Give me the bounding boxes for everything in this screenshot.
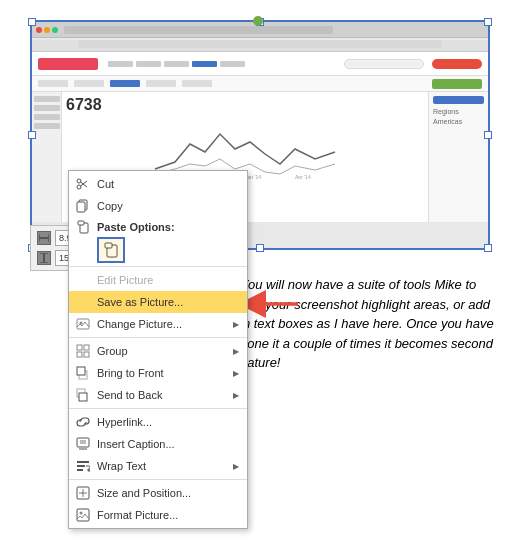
format-picture-label: Format Picture...: [97, 509, 239, 521]
svg-rect-30: [77, 438, 89, 447]
main-container: 6738 Aug '13 Oct '13 Jan '14 Apr '14 Reg…: [0, 0, 515, 555]
separator-3: [69, 408, 247, 409]
svg-rect-22: [77, 345, 82, 350]
send-back-icon: [75, 387, 91, 403]
handle-ml[interactable]: [28, 131, 36, 139]
copy-icon: [75, 198, 91, 214]
insert-caption-label: Insert Caption...: [97, 438, 239, 450]
menu-item-group[interactable]: Group ▶: [69, 340, 247, 362]
change-picture-label: Change Picture...: [97, 318, 227, 330]
svg-rect-17: [78, 221, 84, 225]
rotation-handle[interactable]: [253, 16, 263, 26]
send-to-back-arrow: ▶: [233, 391, 239, 400]
svg-rect-40: [77, 509, 89, 521]
menu-item-format-picture[interactable]: Format Picture...: [69, 504, 247, 526]
hyperlink-label: Hyperlink...: [97, 416, 239, 428]
hyperlink-icon: [75, 414, 91, 430]
menu-item-insert-caption[interactable]: Insert Caption...: [69, 433, 247, 455]
height-icon: [37, 251, 51, 265]
separator-4: [69, 479, 247, 480]
group-arrow: ▶: [233, 347, 239, 356]
svg-rect-4: [39, 237, 49, 239]
menu-item-copy[interactable]: Copy: [69, 195, 247, 217]
handle-tr[interactable]: [484, 18, 492, 26]
wrap-text-arrow: ▶: [233, 462, 239, 471]
width-icon: [37, 231, 51, 245]
context-menu: Cut Copy Paste Options:: [68, 170, 248, 529]
menu-item-send-to-back[interactable]: Send to Back ▶: [69, 384, 247, 406]
site-stat: 6738: [66, 96, 424, 114]
size-and-position-label: Size and Position...: [97, 487, 239, 499]
edit-picture-label: Edit Picture: [97, 274, 239, 286]
group-icon: [75, 343, 91, 359]
svg-rect-23: [84, 345, 89, 350]
svg-rect-27: [77, 367, 85, 375]
bring-front-icon: [75, 365, 91, 381]
separator-2: [69, 337, 247, 338]
handle-tl[interactable]: [28, 18, 36, 26]
menu-item-cut[interactable]: Cut: [69, 173, 247, 195]
svg-rect-25: [84, 352, 89, 357]
svg-rect-7: [43, 253, 45, 263]
save-as-picture-label: Save as Picture...: [97, 296, 239, 308]
cut-label: Cut: [97, 178, 239, 190]
menu-item-change-picture[interactable]: Change Picture... ▶: [69, 313, 247, 335]
paste-options-header: Paste Options:: [69, 217, 247, 263]
change-picture-icon: [75, 316, 91, 332]
menu-item-wrap-text[interactable]: Wrap Text ▶: [69, 455, 247, 477]
edit-picture-icon: [75, 272, 91, 288]
handle-br[interactable]: [484, 244, 492, 252]
size-icon: [75, 485, 91, 501]
svg-rect-29: [79, 393, 87, 401]
svg-rect-15: [77, 202, 85, 212]
browser-nav: [32, 40, 488, 52]
wrap-text-icon: [75, 458, 91, 474]
svg-rect-24: [77, 352, 82, 357]
menu-item-edit-picture[interactable]: Edit Picture: [69, 269, 247, 291]
change-picture-arrow: ▶: [233, 320, 239, 329]
paste-option-box[interactable]: [97, 237, 125, 263]
menu-item-hyperlink[interactable]: Hyperlink...: [69, 411, 247, 433]
paste-icon: [75, 219, 91, 235]
svg-line-12: [81, 182, 88, 187]
send-to-back-label: Send to Back: [97, 389, 227, 401]
format-picture-icon: [75, 507, 91, 523]
paste-options-label: Paste Options:: [97, 221, 175, 233]
separator-1: [69, 266, 247, 267]
wrap-text-label: Wrap Text: [97, 460, 227, 472]
copy-label: Copy: [97, 200, 239, 212]
svg-rect-35: [77, 465, 85, 467]
bring-to-front-label: Bring to Front: [97, 367, 227, 379]
handle-mr[interactable]: [484, 131, 492, 139]
svg-text:Apr '14: Apr '14: [295, 174, 311, 179]
svg-line-13: [81, 181, 88, 186]
menu-item-bring-to-front[interactable]: Bring to Front ▶: [69, 362, 247, 384]
svg-rect-19: [105, 243, 112, 248]
svg-rect-36: [77, 469, 83, 471]
menu-item-size-and-position[interactable]: Size and Position...: [69, 482, 247, 504]
scissors-icon: [75, 176, 91, 192]
svg-point-41: [80, 512, 83, 515]
caption-icon: [75, 436, 91, 452]
handle-bc[interactable]: [256, 244, 264, 252]
group-label: Group: [97, 345, 227, 357]
save-picture-icon: [75, 294, 91, 310]
bring-to-front-arrow: ▶: [233, 369, 239, 378]
svg-rect-34: [77, 461, 89, 463]
menu-item-save-as-picture[interactable]: Save as Picture...: [69, 291, 247, 313]
